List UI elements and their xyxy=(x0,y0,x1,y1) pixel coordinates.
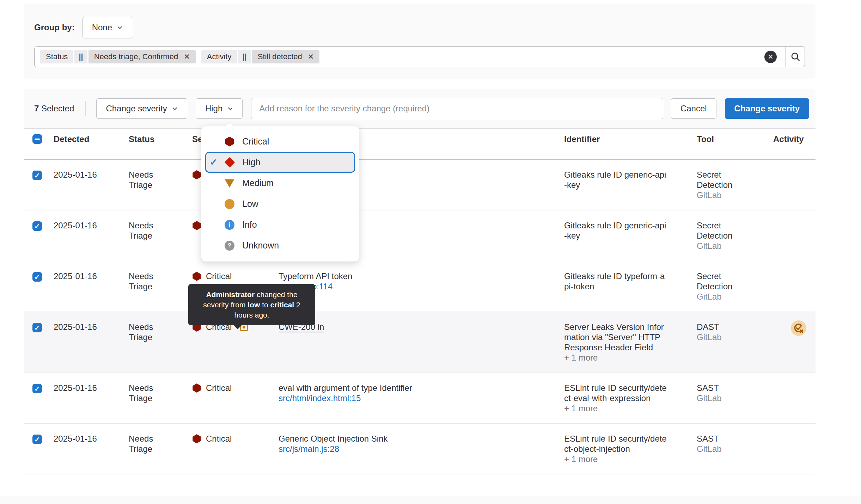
selected-count-label: 7 Selected xyxy=(34,104,74,113)
row-checkbox[interactable]: ✓ xyxy=(32,384,42,393)
group-by-dropdown[interactable]: None xyxy=(83,17,132,38)
severity-medium-icon xyxy=(225,178,234,188)
change-severity-submit-button[interactable]: Change severity xyxy=(725,98,809,119)
severity-high-icon xyxy=(225,157,235,168)
table-row: ✓ 2025-01-16 Needs Triage Critical Typef… xyxy=(24,261,816,312)
identifier-more: + 1 more xyxy=(564,403,690,413)
header-tool: Tool xyxy=(690,134,773,154)
filter-token-operator[interactable]: || xyxy=(74,50,87,63)
tool-name: Secret Detection xyxy=(697,271,753,291)
severity-dropdown-menu: ✓ Critical ✓ High ✓ Medium ✓ Low ✓ i Inf… xyxy=(201,126,359,262)
severity-value-dropdown[interactable]: High xyxy=(196,98,243,119)
table-row: ✓ 2025-01-16 Needs Triage Critical Gitle… xyxy=(24,160,816,210)
issue-created-still-detected-icon[interactable] xyxy=(791,320,806,336)
table-header: ✓ Detected Status Severity Identifier To… xyxy=(24,129,816,160)
header-activity: Activity xyxy=(773,134,816,154)
filter-token-value[interactable]: Still detected xyxy=(258,52,302,61)
search-button[interactable] xyxy=(786,47,805,67)
vulnerability-title[interactable]: eval with argument of type Identifier xyxy=(279,383,564,393)
tool-name: SAST xyxy=(697,434,753,444)
tool-name: Secret Detection xyxy=(697,220,753,241)
severity-info-icon: i xyxy=(225,220,234,230)
identifier-text: Gitleaks rule ID generic-api-key xyxy=(564,220,667,241)
severity-menu-item[interactable]: ✓ Medium xyxy=(205,173,355,193)
change-severity-dropdown[interactable]: Change severity xyxy=(96,98,187,119)
status-label: Needs Triage xyxy=(129,434,164,454)
tooltip-text: Administrator changed the severity from … xyxy=(203,290,300,319)
severity-critical-icon xyxy=(192,272,201,281)
filter-token-operator[interactable]: || xyxy=(238,50,251,63)
status-label: Needs Triage xyxy=(129,170,164,190)
row-checkbox[interactable]: ✓ xyxy=(32,323,42,332)
vulnerability-report-page: Group by: None Status || Needs triage, C… xyxy=(0,0,861,504)
identifier-text: ESLint rule ID security/detect-eval-with… xyxy=(564,383,667,403)
status-label: Needs Triage xyxy=(129,322,164,342)
filtered-search-bar[interactable]: Status || Needs triage, Confirmed✕ Activ… xyxy=(34,46,805,67)
severity-change-reason-input[interactable] xyxy=(251,98,663,119)
filter-token-value[interactable]: Needs triage, Confirmed xyxy=(94,52,178,61)
header-status: Status xyxy=(129,134,192,154)
severity-menu-item[interactable]: ✓ High xyxy=(205,152,355,173)
divider xyxy=(85,101,86,116)
table-row: ✓ 2025-01-16 Needs Triage Critical CWE-2… xyxy=(24,312,816,373)
tool-vendor: GitLab xyxy=(697,332,773,342)
severity-menu-item-label: Low xyxy=(242,199,258,209)
severity-menu-item[interactable]: ✓ ? Unknown xyxy=(205,235,355,256)
tool-name: Secret Detection xyxy=(697,170,753,190)
chevron-down-icon xyxy=(172,106,178,111)
severity-critical-icon xyxy=(192,383,201,393)
filter-token-name[interactable]: Activity xyxy=(201,50,237,63)
header-identifier: Identifier xyxy=(564,134,690,154)
vulnerability-title[interactable]: Generic Object Injection Sink xyxy=(279,434,564,444)
severity-menu-item-label: High xyxy=(242,157,260,167)
row-checkbox[interactable]: ✓ xyxy=(32,221,42,231)
row-checkbox[interactable]: ✓ xyxy=(32,435,42,444)
filter-panel: Group by: None Status || Needs triage, C… xyxy=(24,4,816,79)
vulnerability-title[interactable]: CWE-200 in xyxy=(279,322,564,332)
severity-label: Critical xyxy=(206,383,232,393)
identifier-text: Gitleaks rule ID generic-api-key xyxy=(564,170,667,190)
identifier-more: + 1 more xyxy=(564,454,690,464)
chevron-down-icon xyxy=(227,106,233,111)
severity-change-tooltip: Administrator changed the severity from … xyxy=(188,284,315,325)
status-label: Needs Triage xyxy=(129,383,164,403)
header-detected[interactable]: Detected xyxy=(54,134,129,154)
tool-vendor: GitLab xyxy=(697,393,773,403)
filter-token[interactable]: Status || Needs triage, Confirmed✕ xyxy=(40,50,196,63)
tool-vendor: GitLab xyxy=(697,190,773,200)
check-icon: ✓ xyxy=(210,157,225,168)
select-all-checkbox[interactable]: ✓ xyxy=(32,134,42,144)
table-row: ✓ 2025-01-16 Needs Triage Critical Gener… xyxy=(24,424,816,474)
tool-vendor: GitLab xyxy=(697,291,773,302)
row-checkbox[interactable]: ✓ xyxy=(32,171,42,180)
vulnerability-location-link[interactable]: src/js/main.js:28 xyxy=(279,444,339,454)
filter-token-name[interactable]: Status xyxy=(40,50,73,63)
identifier-more: + 1 more xyxy=(564,352,690,363)
cancel-button[interactable]: Cancel xyxy=(671,98,716,119)
severity-label: Critical xyxy=(206,434,232,444)
tool-name: SAST xyxy=(697,383,753,393)
table-body: ✓ 2025-01-16 Needs Triage Critical Gitle… xyxy=(24,160,816,474)
severity-critical-icon xyxy=(225,137,234,147)
severity-menu-item[interactable]: ✓ i Info xyxy=(205,214,355,235)
clear-filters-icon[interactable]: ✕ xyxy=(764,51,777,63)
severity-critical-icon xyxy=(192,434,201,443)
severity-menu-item[interactable]: ✓ Critical xyxy=(205,131,355,152)
magnifier-icon xyxy=(790,51,801,62)
identifier-text: ESLint rule ID security/detect-object-in… xyxy=(564,434,667,454)
vulnerability-location-link[interactable]: src/html/index.html:15 xyxy=(279,393,361,403)
identifier-text: Gitleaks rule ID typeform-api-token xyxy=(564,271,667,291)
detected-date: 2025-01-16 xyxy=(54,160,129,190)
token-close-icon[interactable]: ✕ xyxy=(308,53,314,61)
severity-unknown-icon: ? xyxy=(225,241,234,251)
group-by-label: Group by: xyxy=(34,23,75,32)
detected-date: 2025-01-16 xyxy=(54,373,129,403)
detected-date: 2025-01-16 xyxy=(54,312,129,342)
severity-menu-item[interactable]: ✓ Low xyxy=(205,193,355,214)
vulnerability-title[interactable]: Typeform API token xyxy=(279,271,564,281)
row-checkbox[interactable]: ✓ xyxy=(32,272,42,282)
filter-token[interactable]: Activity || Still detected✕ xyxy=(201,50,320,63)
token-close-icon[interactable]: ✕ xyxy=(184,53,190,61)
severity-critical-icon xyxy=(192,221,201,230)
severity-label: Critical xyxy=(206,271,232,281)
